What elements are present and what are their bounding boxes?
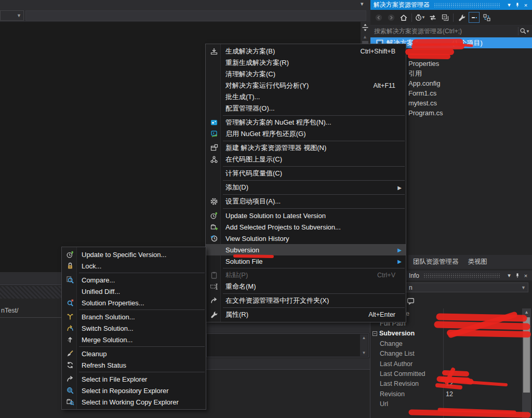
forward-button[interactable] — [385, 12, 396, 23]
rename-icon — [209, 282, 219, 291]
nuget-icon — [209, 118, 219, 127]
svn-update-icon — [209, 211, 219, 220]
collapse-all-button[interactable] — [440, 12, 450, 23]
search-box[interactable]: 搜索解决方案资源管理器(Ctrl+;) ▼ — [370, 25, 532, 37]
menu-item-merge-solution[interactable]: Merge Solution... — [62, 334, 206, 345]
comment-icon[interactable] — [406, 296, 415, 305]
menu-item-label: Refresh Status — [82, 361, 195, 369]
gear-icon — [209, 197, 219, 206]
menu-item-new-explorer-view[interactable]: 新建 解决方案资源管理器 视图(N) — [206, 142, 406, 154]
menu-item-show-on-code-map[interactable]: 在代码图上显示(C) — [206, 154, 406, 165]
menu-item-rename[interactable]: 重命名(M) — [206, 281, 406, 292]
nuget-restore-icon — [210, 130, 218, 138]
chevron-down-icon[interactable]: ▼ — [526, 29, 530, 34]
menu-item-configuration-manager[interactable]: 配置管理器(O)... — [206, 103, 406, 114]
comment-textbox[interactable]: ▲▼ — [206, 333, 369, 357]
menu-item-branch-solution[interactable]: Branch Solution... — [62, 311, 206, 322]
menu-item-update-solution-latest[interactable]: Update Solution to Latest Version — [206, 210, 406, 221]
property-group-label: Subversion — [370, 330, 513, 337]
window-position-icon[interactable]: ▾ — [505, 272, 513, 279]
menu-item-label: Select in Repository Explorer — [82, 387, 195, 395]
properties-wrench-icon — [458, 14, 466, 22]
property-row-last-revision[interactable]: Last Revision12 — [370, 379, 522, 389]
menu-item-rebuild-solution[interactable]: 重新生成解决方案(R) — [206, 57, 406, 69]
menu-item-subversion[interactable]: Subversion▶ — [206, 244, 406, 255]
property-label: Last Author — [370, 360, 443, 368]
menu-item-clean-solution[interactable]: 清理解决方案(C) — [206, 69, 406, 80]
sync-active-document-button[interactable] — [481, 12, 492, 23]
scrollbar-up-icon[interactable]: ▲ — [363, 34, 367, 39]
scrollbar-thumb[interactable] — [523, 317, 530, 393]
pin-icon[interactable] — [513, 2, 522, 8]
menu-item-add-projects-to-subversion[interactable]: Add Selected Projects to Subversion... — [206, 221, 406, 233]
menu-item-refresh-status[interactable]: Refresh Status — [62, 359, 206, 371]
window-position-icon[interactable]: ▾ — [505, 2, 513, 8]
scrollbar-up-icon[interactable]: ▲ — [522, 309, 531, 315]
property-row-subversion[interactable]: −Subversion — [370, 329, 522, 339]
refresh-button[interactable] — [427, 12, 438, 23]
wrench-icon — [210, 311, 218, 319]
scrollbar-down-icon[interactable]: ▼ — [362, 350, 366, 355]
close-icon[interactable]: × — [522, 273, 530, 279]
property-row-url[interactable]: Url — [370, 399, 522, 409]
pending-changes-filter-button[interactable]: ▼ — [415, 12, 425, 23]
menu-item-select-in-working-copy-explorer[interactable]: Select in Working Copy Explorer — [62, 396, 206, 408]
menu-item-run-code-analysis[interactable]: 对解决方案运行代码分析(Y)Alt+F11 — [206, 80, 406, 91]
menu-item-select-in-file-explorer[interactable]: Select in File Explorer — [62, 373, 206, 385]
toolbar-overflow-chevron-icon[interactable]: ▾ — [361, 1, 364, 7]
menu-item-open-folder-in-explorer[interactable]: 在文件资源管理器中打开文件夹(X) — [206, 295, 406, 306]
menu-item-batch-build[interactable]: 批生成(T)... — [206, 91, 406, 103]
menu-separator — [223, 180, 405, 181]
top-toolbar-strip: ▾ — [0, 0, 370, 9]
pin-icon[interactable] — [513, 272, 522, 279]
solution-explorer-header[interactable]: 解决方案资源管理器 ▾ × — [370, 0, 532, 10]
new-view-icon — [209, 144, 219, 152]
menu-item-label: Branch Solution... — [82, 313, 195, 321]
property-row-revision[interactable]: Revision12 — [370, 389, 522, 399]
history-icon — [209, 234, 219, 242]
tab-类视图[interactable]: 类视图 — [463, 255, 493, 269]
menu-item-add[interactable]: 添加(D)▶ — [206, 182, 406, 193]
menu-item-select-in-repository-explorer[interactable]: Select in Repository Explorer — [62, 385, 206, 396]
menu-item-build-solution[interactable]: 生成解决方案(B)Ctrl+Shift+B — [206, 46, 406, 57]
collapse-minus-icon[interactable]: − — [373, 331, 377, 336]
repo-explorer-icon — [65, 386, 75, 395]
close-icon[interactable]: × — [522, 2, 530, 8]
menu-item-solution-file[interactable]: Solution File▶ — [206, 255, 406, 267]
mini-scrollbar[interactable]: ▲▼ — [360, 334, 368, 356]
preview-selected-button[interactable] — [469, 12, 480, 23]
properties-wrench-button[interactable] — [456, 12, 467, 23]
property-value: 12 — [443, 390, 522, 398]
menu-item-label: 生成解决方案(B) — [225, 47, 346, 56]
menu-item-label: Subversion — [225, 246, 395, 254]
splitter-grip-icon[interactable] — [361, 23, 369, 32]
menu-item-cleanup[interactable]: Cleanup — [62, 348, 206, 359]
menu-item-set-startup-projects[interactable]: 设置启动项目(A)... — [206, 196, 406, 207]
menu-item-switch-solution[interactable]: Switch Solution... — [62, 322, 206, 334]
menu-item-label: View Solution History — [225, 235, 395, 242]
property-row-change-list[interactable]: Change List — [370, 349, 522, 359]
menu-item-update-specific-version[interactable]: Update to Specific Version... — [62, 249, 206, 260]
back-button[interactable] — [373, 12, 384, 23]
property-row-last-committed[interactable]: Last Committed — [370, 369, 522, 379]
menu-item-enable-nuget-restore[interactable]: 启用 NuGet 程序包还原(G) — [206, 128, 406, 140]
toolbar-combobox[interactable]: ▼ — [0, 10, 24, 21]
lock-icon — [66, 262, 74, 270]
property-row-change[interactable]: Change — [370, 339, 522, 348]
svn-add-icon — [210, 223, 218, 231]
menu-item-unified-diff[interactable]: Unified Diff... — [62, 286, 206, 297]
tab-团队资源管理器[interactable]: 团队资源管理器 — [408, 255, 463, 269]
menu-item-view-solution-history[interactable]: View Solution History — [206, 233, 406, 244]
grid-divider — [443, 308, 444, 418]
scrollbar-up-icon[interactable]: ▲ — [362, 335, 366, 340]
menu-separator — [223, 208, 405, 209]
menu-item-properties[interactable]: 属性(R)Alt+Enter — [206, 309, 406, 320]
grid-scrollbar[interactable]: ▲ — [522, 308, 531, 418]
menu-item-lock[interactable]: Lock... — [62, 260, 206, 272]
menu-item-manage-nuget[interactable]: 管理解决方案的 NuGet 程序包(N)... — [206, 117, 406, 128]
property-row-last-author[interactable]: Last Author — [370, 359, 522, 369]
menu-item-solution-properties[interactable]: Solution Properties... — [62, 297, 206, 308]
home-button[interactable] — [398, 12, 409, 23]
menu-item-compare[interactable]: Compare... — [62, 274, 206, 286]
menu-item-calculate-code-metrics[interactable]: 计算代码度量值(C) — [206, 168, 406, 179]
